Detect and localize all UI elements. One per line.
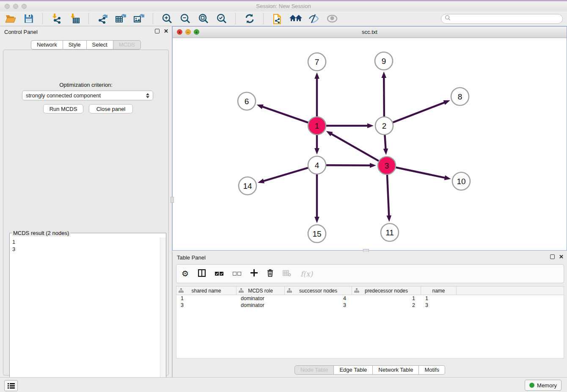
- function-fx-icon[interactable]: f(x): [300, 270, 313, 278]
- column-type-icon: [354, 288, 359, 293]
- table-cell: dominator: [237, 295, 285, 302]
- float-panel-icon[interactable]: [155, 29, 160, 33]
- session-title: Session: New Session: [0, 1, 567, 11]
- table-cell: 1: [421, 295, 457, 302]
- tab-mcds[interactable]: MCDS: [113, 40, 141, 50]
- close-view-button[interactable]: ×: [177, 29, 182, 35]
- mcds-result-item: 3: [12, 246, 160, 253]
- export-table-icon[interactable]: [115, 13, 127, 25]
- column-layout-icon[interactable]: [198, 269, 206, 279]
- tab-select[interactable]: Select: [87, 40, 113, 50]
- run-mcds-button[interactable]: Run MCDS: [43, 104, 83, 113]
- table-cell: 3: [421, 302, 457, 309]
- zoom-window-button[interactable]: [22, 4, 27, 9]
- zoom-fit-icon[interactable]: [197, 13, 210, 25]
- show-eye-icon[interactable]: [326, 13, 339, 25]
- vertical-splitter-handle[interactable]: [171, 197, 174, 203]
- tab-style[interactable]: Style: [63, 40, 87, 50]
- column-header-MCDS-role[interactable]: MCDS role: [237, 287, 285, 295]
- node-label: 15: [312, 229, 321, 238]
- node-label: 14: [243, 182, 252, 190]
- save-icon[interactable]: [22, 13, 35, 25]
- mcds-result-list[interactable]: 13: [10, 237, 160, 392]
- node-label: 9: [382, 57, 386, 66]
- close-window-button[interactable]: [5, 4, 10, 9]
- add-column-icon[interactable]: [250, 269, 258, 278]
- tab-node-table[interactable]: Node Table: [295, 365, 334, 375]
- toolbar-separator: [153, 13, 154, 24]
- zoom-out-icon[interactable]: [179, 13, 192, 25]
- minimize-view-button[interactable]: −: [185, 29, 191, 35]
- edge-4-14[interactable]: [262, 168, 308, 181]
- minimize-window-button[interactable]: [13, 4, 18, 9]
- network-view-title: scc.txt: [173, 27, 567, 38]
- edge-2-9[interactable]: [384, 77, 384, 116]
- table-panel-title: Table Panel: [177, 254, 206, 261]
- close-panel-button[interactable]: Close panel: [89, 104, 133, 113]
- close-table-panel-icon[interactable]: ✕: [559, 254, 564, 259]
- optimization-criterion-select[interactable]: strongly connected component: [22, 91, 153, 100]
- edge-3-1[interactable]: [330, 133, 379, 161]
- export-network-icon[interactable]: [96, 13, 109, 25]
- open-folder-icon[interactable]: [4, 13, 17, 25]
- edge-4-3[interactable]: [326, 165, 371, 166]
- tab-motifs[interactable]: Motifs: [419, 365, 445, 375]
- edge-3-11[interactable]: [387, 175, 389, 217]
- memory-label: Memory: [537, 382, 557, 389]
- column-header-predecessor-nodes[interactable]: predecessor nodes: [352, 287, 421, 295]
- import-network-icon[interactable]: [50, 13, 63, 25]
- hide-eye-icon[interactable]: [308, 13, 320, 25]
- tab-network-table[interactable]: Network Table: [373, 365, 419, 375]
- gear-icon[interactable]: ⚙: [182, 270, 189, 278]
- search-field[interactable]: [441, 14, 563, 24]
- search-input[interactable]: [453, 15, 559, 22]
- result-scrollbar[interactable]: [160, 237, 166, 392]
- task-list-button[interactable]: [4, 380, 18, 391]
- table-body: 1dominator4113dominator323: [176, 295, 564, 309]
- home-icon[interactable]: [289, 13, 302, 25]
- table-cell: 1: [176, 295, 237, 302]
- network-window-titlebar[interactable]: × − + scc.txt: [173, 27, 567, 38]
- node-label: 6: [245, 97, 249, 106]
- deselect-all-icon[interactable]: [233, 270, 241, 278]
- network-file-icon[interactable]: [271, 13, 284, 25]
- import-table-icon[interactable]: [69, 13, 81, 25]
- edge-1-6[interactable]: [261, 106, 308, 123]
- column-header-successor-nodes[interactable]: successor nodes: [285, 287, 352, 295]
- table-row[interactable]: 1dominator411: [176, 295, 564, 302]
- edge-arrowhead: [258, 179, 264, 183]
- zoom-selected-icon[interactable]: [215, 13, 228, 25]
- table-panel-header: Table Panel ✕: [173, 252, 567, 263]
- delete-icon[interactable]: [267, 269, 273, 279]
- select-all-icon[interactable]: [215, 270, 223, 278]
- table-cell: 2: [352, 302, 421, 309]
- edge-2-8[interactable]: [393, 102, 446, 122]
- edge-2-3[interactable]: [385, 135, 385, 150]
- tab-network[interactable]: Network: [31, 40, 63, 50]
- network-window-controls: × − +: [177, 29, 199, 35]
- delete-table-icon[interactable]: [283, 270, 291, 278]
- column-header-label: predecessor nodes: [365, 288, 408, 294]
- toolbar-separator: [263, 13, 264, 24]
- close-panel-icon[interactable]: ✕: [164, 29, 168, 33]
- edge-3-10[interactable]: [396, 168, 446, 178]
- network-graph-canvas[interactable]: 7968124314101511: [173, 38, 566, 250]
- edge-arrowhead: [444, 175, 451, 180]
- maximize-view-button[interactable]: +: [194, 29, 199, 35]
- table-row[interactable]: 3dominator323: [176, 302, 564, 309]
- column-header-name[interactable]: name: [421, 287, 457, 295]
- export-image-icon[interactable]: [133, 13, 146, 25]
- column-header-shared-name[interactable]: shared name: [176, 287, 237, 295]
- column-type-icon: [179, 288, 184, 293]
- mcds-result-legend: MCDS result (2 nodes): [12, 230, 70, 236]
- toolbar-separator: [42, 13, 43, 24]
- list-icon: [8, 383, 15, 389]
- zoom-in-icon[interactable]: [161, 13, 173, 25]
- float-table-panel-icon[interactable]: [550, 254, 555, 259]
- memory-button[interactable]: Memory: [525, 380, 561, 391]
- table-cell: 3: [176, 302, 237, 309]
- tab-edge-table[interactable]: Edge Table: [334, 365, 373, 375]
- edge-arrowhead: [314, 148, 319, 155]
- refresh-icon[interactable]: [243, 13, 256, 25]
- mcds-result-box: MCDS result (2 nodes) 13: [9, 233, 166, 392]
